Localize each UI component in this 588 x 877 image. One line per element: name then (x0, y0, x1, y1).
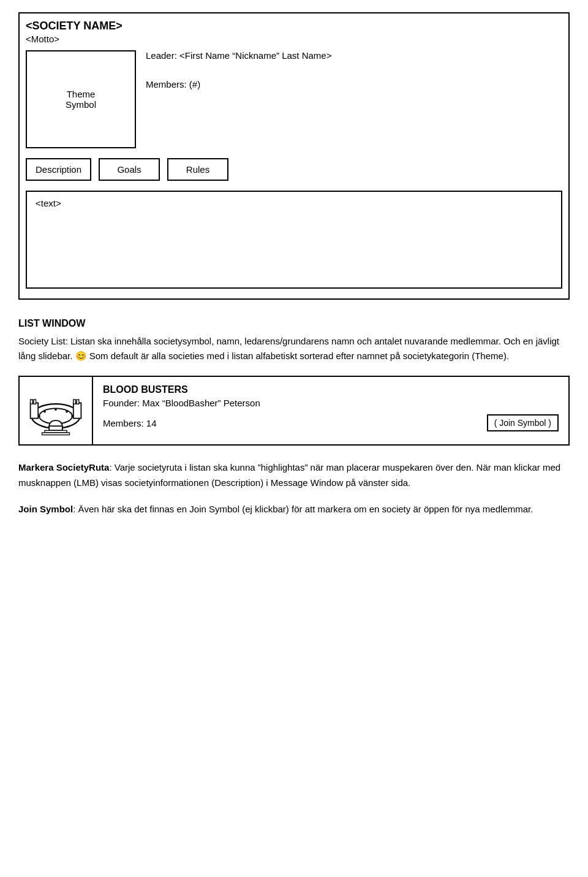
join-symbol-section: Join Symbol: Även här ska det finnas en … (18, 502, 570, 517)
society-motto: <Motto> (26, 34, 562, 44)
theme-symbol-box: ThemeSymbol (26, 50, 136, 148)
goals-button[interactable]: Goals (99, 158, 160, 181)
blood-busters-content: BLOOD BUSTERS Founder: Max “BloodBasher”… (93, 377, 568, 444)
svg-rect-8 (49, 426, 62, 430)
join-symbol-badge: ( Join Symbol ) (487, 414, 559, 431)
join-symbol-body: : Även här ska det finnas en Join Symbol… (73, 504, 533, 514)
svg-rect-10 (42, 433, 70, 435)
description-button[interactable]: Description (26, 158, 91, 181)
theme-symbol-label: ThemeSymbol (66, 89, 96, 110)
svg-point-11 (38, 415, 40, 417)
leader-text: Leader: <First Name “Nickname” Last Name… (146, 50, 562, 61)
svg-rect-4 (34, 400, 36, 404)
svg-point-14 (66, 411, 68, 413)
members-text: Members: (#) (146, 79, 562, 89)
list-window-title: LIST WINDOW (18, 318, 570, 329)
arena-svg (28, 383, 83, 438)
svg-point-13 (55, 408, 57, 411)
desc-goals-rules-row: Description Goals Rules (26, 158, 562, 181)
text-placeholder: <text> (36, 198, 61, 208)
page-container: <SOCIETY NAME> <Motto> ThemeSymbol Leade… (18, 12, 570, 517)
svg-rect-5 (74, 403, 81, 418)
society-text-box: <text> (26, 191, 562, 289)
members-row: Members: 14 ( Join Symbol ) (103, 414, 559, 431)
blood-busters-entry[interactable]: BLOOD BUSTERS Founder: Max “BloodBasher”… (18, 376, 570, 446)
svg-point-12 (43, 411, 46, 413)
blood-busters-founder: Founder: Max “BloodBasher” Peterson (103, 398, 559, 408)
svg-rect-6 (74, 400, 76, 404)
svg-rect-7 (77, 400, 79, 404)
society-name: <SOCIETY NAME> (26, 20, 562, 32)
blood-busters-name: BLOOD BUSTERS (103, 384, 559, 395)
society-card: <SOCIETY NAME> <Motto> ThemeSymbol Leade… (18, 12, 570, 300)
blood-busters-icon (20, 377, 93, 444)
markera-section: Markera SocietyRuta: Varje societyruta i… (18, 460, 570, 491)
svg-point-15 (71, 415, 74, 417)
svg-rect-2 (31, 403, 39, 418)
leader-members-col: Leader: <First Name “Nickname” Last Name… (146, 50, 562, 148)
list-window-body: Society List: Listan ska innehålla socie… (18, 336, 559, 361)
rules-button[interactable]: Rules (167, 158, 228, 181)
join-symbol-title: Join Symbol (18, 504, 73, 514)
blood-busters-members: Members: 14 (103, 418, 157, 428)
svg-rect-3 (31, 400, 33, 404)
markera-title: Markera SocietyRuta (18, 462, 109, 473)
list-window-description: Society List: Listan ska innehålla socie… (18, 334, 570, 363)
card-top-row: ThemeSymbol Leader: <First Name “Nicknam… (26, 50, 562, 148)
